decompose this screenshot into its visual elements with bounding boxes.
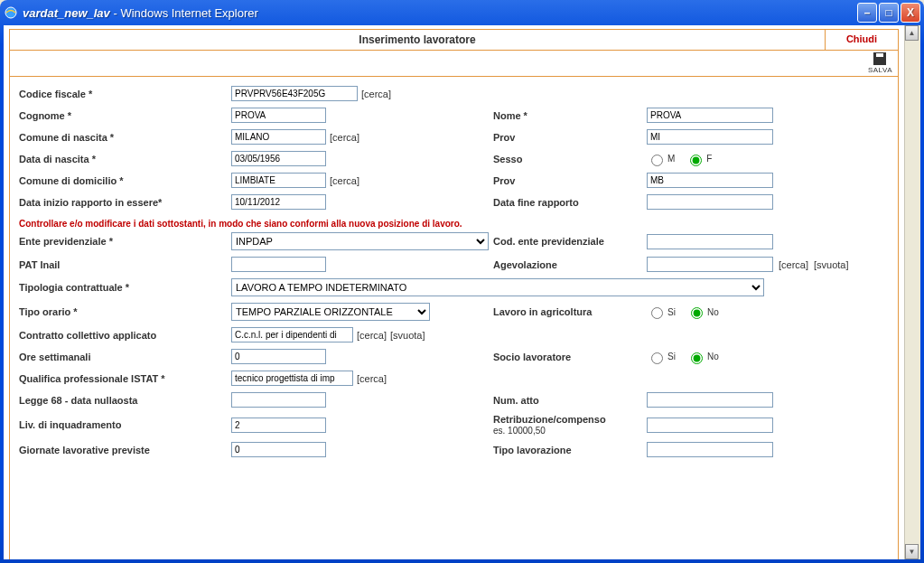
label-tipo-orario: Tipo orario * bbox=[19, 306, 231, 317]
tipo-lav-input[interactable] bbox=[647, 442, 773, 457]
label-socio-lav: Socio lavoratore bbox=[493, 352, 647, 362]
label-pat-inail: PAT Inail bbox=[19, 259, 231, 270]
label-legge68: Legge 68 - data nullaosta bbox=[19, 395, 231, 406]
label-ore-sett: Ore settimanali bbox=[19, 352, 231, 362]
cod-ente-prev-input[interactable] bbox=[647, 234, 773, 249]
cognome-input[interactable] bbox=[231, 108, 326, 123]
label-retribuzione: Retribuzione/compensoes. 10000,50 bbox=[493, 414, 647, 436]
data-inizio-input[interactable] bbox=[231, 194, 326, 210]
label-tipologia: Tipologia contrattuale * bbox=[19, 282, 231, 293]
qualifica-input[interactable] bbox=[231, 371, 353, 386]
label-comune-nascita: Comune di nascita * bbox=[19, 132, 231, 143]
cerca-link[interactable]: [cerca] bbox=[357, 373, 387, 384]
liv-inq-input[interactable] bbox=[231, 418, 326, 433]
label-sesso: Sesso bbox=[493, 154, 647, 164]
maximize-button[interactable]: □ bbox=[879, 3, 899, 23]
save-button[interactable]: SALVA bbox=[868, 52, 892, 74]
app-window: vardat_new_lav - Windows Internet Explor… bbox=[0, 0, 924, 563]
cerca-link[interactable]: [cerca] bbox=[357, 330, 387, 341]
ente-prev-select[interactable]: INPDAP bbox=[231, 232, 489, 250]
label-liv-inq: Liv. di inquadramento bbox=[19, 419, 231, 430]
label-codice-fiscale: Codice fiscale * bbox=[19, 89, 231, 99]
sesso-m-radio[interactable]: M bbox=[647, 152, 675, 166]
label-agevolazione: Agevolazione bbox=[493, 259, 647, 270]
scroll-down-button[interactable]: ▼ bbox=[905, 544, 919, 559]
agri-no-radio[interactable]: No bbox=[686, 305, 719, 319]
tipo-orario-select[interactable]: TEMPO PARZIALE ORIZZONTALE bbox=[231, 303, 430, 321]
chiudi-button[interactable]: Chiudi bbox=[825, 30, 898, 50]
label-ente-prev: Ente previdenziale * bbox=[19, 236, 231, 247]
minimize-button[interactable]: – bbox=[857, 3, 877, 23]
prov-nascita-input[interactable] bbox=[647, 129, 773, 145]
label-qualifica: Qualifica professionale ISTAT * bbox=[19, 373, 231, 384]
label-prov-domicilio: Prov bbox=[493, 175, 647, 186]
cerca-link[interactable]: [cerca] bbox=[330, 175, 359, 186]
label-cod-ente-prev: Cod. ente previdenziale bbox=[493, 236, 647, 247]
ie-icon bbox=[4, 5, 18, 20]
svuota-link[interactable]: [svuota] bbox=[390, 330, 425, 341]
agri-si-radio[interactable]: Si bbox=[647, 305, 676, 319]
retribuzione-input[interactable] bbox=[647, 418, 773, 433]
num-atto-input[interactable] bbox=[647, 392, 773, 408]
label-data-fine: Data fine rapporto bbox=[493, 197, 647, 208]
label-data-inizio: Data inizio rapporto in essere* bbox=[19, 197, 231, 208]
socio-no-radio[interactable]: No bbox=[686, 350, 719, 364]
agevolazione-input[interactable] bbox=[647, 257, 773, 272]
page-title: Inserimento lavoratore bbox=[10, 30, 825, 50]
cerca-link[interactable]: [cerca] bbox=[361, 89, 391, 99]
giornate-input[interactable] bbox=[231, 442, 326, 457]
label-lavoro-agri: Lavoro in agricoltura bbox=[493, 306, 647, 317]
scroll-up-button[interactable]: ▲ bbox=[905, 25, 919, 41]
label-prov-nascita: Prov bbox=[493, 132, 647, 143]
data-nascita-input[interactable] bbox=[231, 151, 326, 166]
label-cognome: Cognome * bbox=[19, 110, 231, 121]
label-comune-domicilio: Comune di domicilio * bbox=[19, 175, 231, 186]
comune-nascita-input[interactable] bbox=[231, 129, 326, 145]
svuota-link[interactable]: [svuota] bbox=[814, 259, 849, 270]
tipologia-select[interactable]: LAVORO A TEMPO INDETERMINATO bbox=[231, 278, 764, 296]
form: Codice fiscale * [cerca] Cognome * Nome … bbox=[9, 77, 899, 559]
titlebar: vardat_new_lav - Windows Internet Explor… bbox=[0, 0, 924, 25]
sesso-f-radio[interactable]: F bbox=[686, 152, 712, 166]
label-data-nascita: Data di nascita * bbox=[19, 154, 231, 164]
cerca-link[interactable]: [cerca] bbox=[330, 132, 359, 143]
comune-domicilio-input[interactable] bbox=[231, 173, 326, 188]
window-title: vardat_new_lav - Windows Internet Explor… bbox=[23, 6, 258, 20]
close-window-button[interactable]: X bbox=[901, 3, 920, 23]
label-giornate: Giornate lavorative previste bbox=[19, 445, 231, 455]
label-nome: Nome * bbox=[493, 110, 647, 121]
ore-sett-input[interactable] bbox=[231, 349, 326, 364]
label-ccnl: Contratto collettivo applicato bbox=[19, 330, 231, 341]
socio-si-radio[interactable]: Si bbox=[647, 350, 676, 364]
label-tipo-lav: Tipo lavorazione bbox=[493, 445, 647, 455]
legge68-input[interactable] bbox=[231, 392, 326, 408]
ccnl-input[interactable] bbox=[231, 327, 353, 342]
codice-fiscale-input[interactable] bbox=[231, 86, 358, 101]
nome-input[interactable] bbox=[647, 108, 773, 123]
save-icon bbox=[873, 52, 886, 65]
notice-text: Controllare e/o modificare i dati sottos… bbox=[19, 216, 889, 232]
data-fine-input[interactable] bbox=[647, 194, 773, 210]
label-num-atto: Num. atto bbox=[493, 395, 647, 406]
prov-domicilio-input[interactable] bbox=[647, 173, 773, 188]
pat-inail-input[interactable] bbox=[231, 257, 326, 272]
client-area: Inserimento lavoratore Chiudi SALVA Codi… bbox=[4, 25, 920, 559]
vertical-scrollbar[interactable]: ▲ ▼ bbox=[904, 25, 920, 559]
cerca-link[interactable]: [cerca] bbox=[779, 259, 808, 270]
